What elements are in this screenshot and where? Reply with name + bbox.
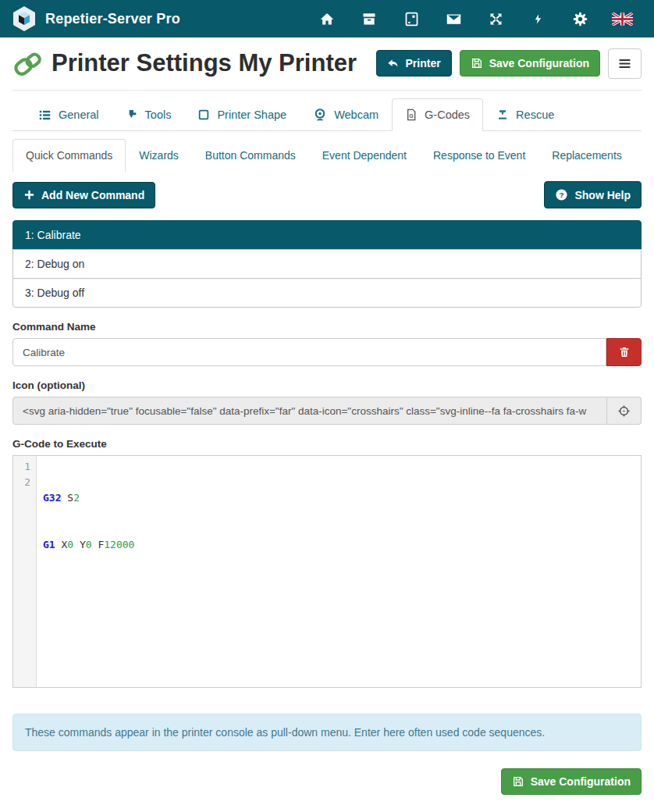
page-title: Printer Settings My Printer (52, 49, 357, 77)
command-name-group (12, 338, 642, 366)
tab-printer-shape[interactable]: Printer Shape (184, 98, 300, 131)
delete-command-button[interactable] (606, 338, 642, 366)
trash-icon (618, 346, 631, 358)
svg-text:?: ? (560, 191, 564, 199)
messages-icon[interactable] (432, 0, 475, 37)
subtab-event-dependent[interactable]: Event Dependent (309, 139, 420, 172)
info-alert-text: These commands appear in the printer con… (25, 726, 545, 739)
page-header: Printer Settings My Printer Printer Save… (12, 37, 642, 87)
save-configuration-label-top: Save Configuration (489, 57, 589, 69)
navbar-icon-group (306, 0, 643, 37)
crosshairs-icon (617, 404, 631, 418)
code-token: 12000 (104, 539, 134, 550)
code-token: G32 (43, 492, 61, 504)
tab-general[interactable]: General (25, 98, 112, 131)
subtab-quick-commands-label: Quick Commands (26, 149, 112, 162)
webcam-icon (313, 108, 327, 122)
subtab-response-to-event-label: Response to Event (433, 149, 525, 162)
subtab-quick-commands[interactable]: Quick Commands (12, 139, 126, 172)
reply-arrow-icon (387, 57, 400, 69)
code-token (73, 539, 80, 550)
command-name-input[interactable] (12, 338, 606, 366)
home-icon[interactable] (306, 0, 348, 37)
add-new-command-label: Add New Command (41, 189, 144, 201)
tab-tools[interactable]: Tools (112, 98, 185, 131)
header-divider (12, 90, 642, 91)
tab-rescue-label: Rescue (516, 109, 554, 121)
tab-printer-shape-label: Printer Shape (217, 109, 286, 121)
link-chain-icon (12, 48, 44, 79)
app-title: Repetier-Server Pro (45, 11, 180, 27)
subtab-wizards-label: Wizards (139, 149, 179, 162)
plus-icon (23, 189, 35, 201)
gcode-editor[interactable]: 1 2 G32 S2 G1 X0 Y0 F12000 (12, 455, 642, 688)
icon-preview-addon[interactable] (607, 397, 642, 425)
command-item-label: 2: Debug on (25, 258, 84, 270)
repetier-logo-icon (11, 5, 37, 32)
subtab-event-dependent-label: Event Dependent (322, 149, 407, 162)
menu-button[interactable] (608, 48, 642, 79)
code-line: G32 S2 (43, 490, 641, 506)
fullscreen-icon[interactable] (475, 0, 517, 37)
show-help-button[interactable]: ? Show Help (544, 181, 642, 208)
tab-tools-label: Tools (145, 109, 172, 121)
tab-general-label: General (59, 109, 99, 121)
icon-input[interactable] (12, 397, 607, 425)
save-floppy-icon (471, 57, 483, 69)
gcode-to-execute-label: G-Code to Execute (12, 438, 642, 450)
hamburger-icon (617, 56, 632, 71)
command-item-label: 3: Debug off (25, 287, 84, 299)
settings-gear-icon[interactable] (559, 0, 601, 37)
command-item-label: 1: Calibrate (25, 229, 81, 241)
extruder-icon (126, 109, 138, 121)
subtab-wizards[interactable]: Wizards (126, 139, 192, 172)
code-token: 2 (73, 492, 80, 504)
question-circle-icon: ? (555, 188, 568, 201)
rescue-icon (496, 109, 509, 121)
code-token: 0 (86, 539, 92, 550)
command-list-item-calibrate[interactable]: 1: Calibrate (12, 220, 642, 250)
command-list-item-debug-off[interactable]: 3: Debug off (12, 278, 642, 308)
code-token: Y (80, 539, 86, 550)
save-configuration-button-top[interactable]: Save Configuration (460, 50, 600, 77)
subtab-response-to-event[interactable]: Response to Event (420, 139, 538, 172)
editor-line-numbers: 1 2 (13, 456, 37, 687)
info-alert: These commands appear in the printer con… (12, 714, 642, 751)
code-line: G1 X0 Y0 F12000 (43, 537, 641, 553)
subtab-button-commands[interactable]: Button Commands (192, 139, 309, 172)
tab-webcam[interactable]: Webcam (300, 98, 392, 131)
icon-optional-label: Icon (optional) (12, 379, 642, 391)
save-configuration-label-bottom: Save Configuration (531, 775, 631, 788)
header-actions: Printer Save Configuration (376, 48, 642, 79)
bottom-actions: Save Configuration (12, 768, 642, 795)
save-floppy-icon (512, 775, 524, 788)
code-token: G1 (43, 539, 55, 550)
code-token: 0 (67, 539, 73, 550)
storage-box-icon[interactable] (348, 0, 390, 37)
quick-command-list: 1: Calibrate 2: Debug on 3: Debug off (12, 220, 642, 308)
save-configuration-button-bottom[interactable]: Save Configuration (501, 768, 642, 795)
show-help-label: Show Help (574, 189, 631, 201)
add-new-command-button[interactable]: Add New Command (12, 182, 155, 208)
subtab-button-commands-label: Button Commands (205, 149, 296, 162)
subtab-replacements[interactable]: Replacements (538, 139, 635, 172)
top-navbar: Repetier-Server Pro (0, 0, 654, 37)
command-list-item-debug-on[interactable]: 2: Debug on (12, 249, 642, 279)
power-icon[interactable] (517, 0, 559, 37)
settings-tabs: General Tools Printer Shape Webcam G G-C… (12, 98, 642, 131)
line-number: 2 (13, 475, 30, 490)
commands-toolbar: Add New Command ? Show Help (12, 181, 642, 208)
back-to-printer-button[interactable]: Printer (376, 50, 452, 77)
tab-g-codes-label: G-Codes (425, 109, 470, 121)
svg-text:G: G (409, 113, 414, 119)
code-token: S (67, 492, 73, 504)
back-to-printer-label: Printer (406, 57, 441, 69)
command-name-label: Command Name (12, 321, 642, 333)
list-icon (38, 109, 52, 122)
language-uk-flag-icon[interactable] (601, 0, 643, 37)
print-bed-icon[interactable] (390, 0, 432, 37)
tab-g-codes[interactable]: G G-Codes (392, 98, 483, 131)
gcode-file-icon: G (405, 109, 418, 121)
tab-webcam-label: Webcam (334, 109, 379, 121)
tab-rescue[interactable]: Rescue (483, 98, 567, 131)
